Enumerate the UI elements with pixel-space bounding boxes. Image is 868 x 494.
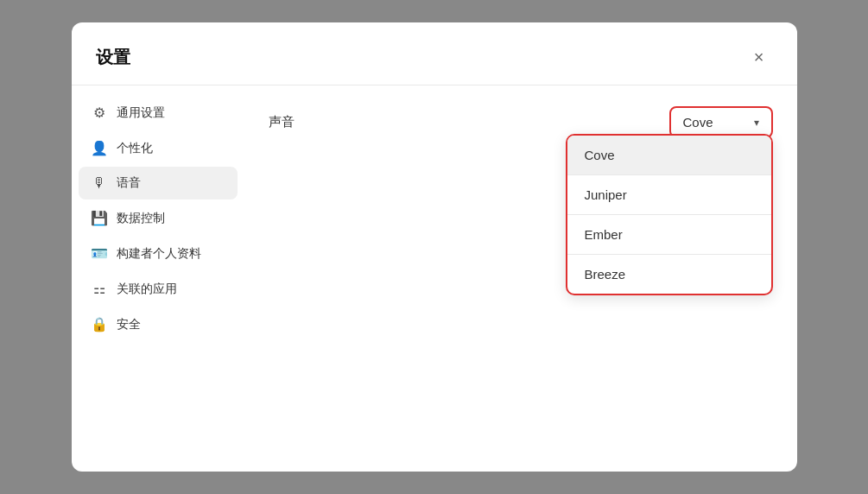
voice-icon: 🎙	[91, 175, 108, 191]
dialog-header: 设置 ×	[72, 22, 797, 86]
close-button[interactable]: ×	[745, 43, 773, 71]
settings-dialog: 设置 × ⚙通用设置👤个性化🎙语音💾数据控制🪪构建者个人资料⚏关联的应用🔒安全 …	[72, 22, 797, 472]
sidebar-item-label-general: 通用设置	[117, 105, 165, 121]
sidebar-item-profile[interactable]: 🪪构建者个人资料	[79, 237, 238, 270]
general-icon: ⚙	[91, 104, 108, 121]
sidebar-item-label-security: 安全	[117, 317, 141, 332]
sidebar-item-label-apps: 关联的应用	[117, 282, 177, 297]
sidebar-item-apps[interactable]: ⚏关联的应用	[79, 272, 238, 306]
sidebar: ⚙通用设置👤个性化🎙语音💾数据控制🪪构建者个人资料⚏关联的应用🔒安全	[72, 86, 244, 472]
profile-icon: 🪪	[91, 245, 108, 262]
security-icon: 🔒	[91, 316, 108, 332]
dialog-body: ⚙通用设置👤个性化🎙语音💾数据控制🪪构建者个人资料⚏关联的应用🔒安全 声音 Co…	[72, 86, 797, 472]
voice-dropdown-menu: CoveJuniperEmberBreeze	[566, 134, 773, 295]
personalize-icon: 👤	[91, 140, 108, 156]
dialog-title: 设置	[96, 46, 130, 69]
sidebar-item-voice[interactable]: 🎙语音	[79, 167, 238, 200]
dropdown-option-breeze[interactable]: Breeze	[567, 255, 771, 294]
sidebar-item-data[interactable]: 💾数据控制	[79, 201, 238, 235]
data-icon: 💾	[91, 210, 108, 226]
sidebar-item-security[interactable]: 🔒安全	[79, 307, 238, 341]
sidebar-item-general[interactable]: ⚙通用设置	[79, 96, 238, 130]
sidebar-item-personalize[interactable]: 👤个性化	[79, 131, 238, 165]
sidebar-item-label-personalize: 个性化	[117, 141, 153, 156]
dropdown-option-cove[interactable]: Cove	[567, 136, 771, 174]
dropdown-option-ember[interactable]: Ember	[567, 215, 771, 254]
voice-label: 声音	[269, 114, 295, 130]
apps-icon: ⚏	[91, 281, 108, 297]
sidebar-item-label-profile: 构建者个人资料	[117, 246, 201, 262]
content-area: 声音 Cove ▾ CoveJuniperEmberBreeze	[244, 86, 797, 472]
dropdown-option-juniper[interactable]: Juniper	[567, 175, 771, 214]
sidebar-item-label-data: 数据控制	[117, 211, 165, 226]
chevron-down-icon: ▾	[754, 117, 759, 129]
sidebar-item-label-voice: 语音	[117, 175, 141, 191]
selected-option-label: Cove	[683, 115, 713, 130]
